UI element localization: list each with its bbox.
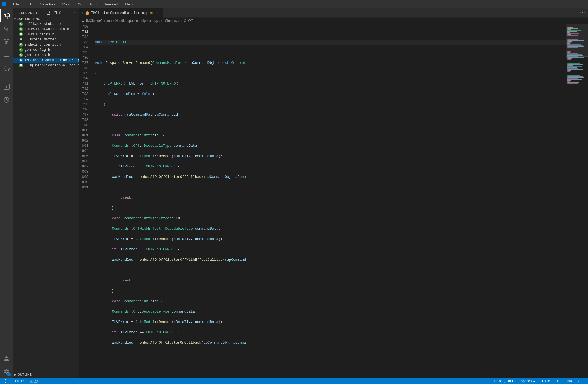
menu-go[interactable]: Go bbox=[76, 2, 84, 7]
code-line-800: TLVError = DataModel::Decode(aDataTlv, c… bbox=[95, 236, 566, 242]
line-num-802: 802 bbox=[82, 138, 88, 143]
outline-chevron: ▶ bbox=[14, 373, 17, 376]
menu-file[interactable]: File bbox=[11, 2, 20, 7]
account-activity-icon[interactable] bbox=[0, 352, 13, 365]
file-item-clusters-matter[interactable]: ≡ Clusters.matter bbox=[13, 37, 79, 42]
sidebar: EXPLORER ▾ bbox=[13, 8, 79, 378]
status-warnings[interactable]: △ 0 bbox=[28, 378, 41, 384]
tab-dot: C bbox=[82, 11, 84, 15]
code-content[interactable]: namespace OnOff { void DispatchServerCom… bbox=[92, 24, 566, 378]
outline-header[interactable]: ▶ OUTLINE bbox=[13, 372, 79, 377]
new-file-button[interactable] bbox=[46, 10, 51, 15]
status-errors[interactable]: ⊗ 12 bbox=[11, 378, 26, 384]
status-os[interactable]: Linux bbox=[563, 378, 574, 384]
filename-chip-client-callbacks: CHIPClientCallbacks.h bbox=[25, 27, 76, 31]
status-error-count: ⊗ 12 bbox=[17, 379, 24, 383]
file-item-chip-clusters[interactable]: C CHIPClusters.h bbox=[13, 32, 79, 37]
menu-edit[interactable]: Edit bbox=[25, 2, 34, 7]
tab-im-cluster-handler[interactable]: C ⬤ IMClusterCommandHandler.cpp 9+ × bbox=[79, 8, 163, 18]
code-line-792: TLVError = DataModel::Decode(aDataTlv, c… bbox=[95, 154, 566, 159]
app-icon bbox=[2, 2, 6, 6]
folder-name: ZAP_LIGHTING bbox=[17, 17, 41, 20]
status-position[interactable]: Ln 781, Col 18 bbox=[492, 378, 517, 384]
line-num-808: 808 bbox=[82, 169, 88, 174]
file-item-endpoint-config[interactable]: C endpoint_config.h bbox=[13, 42, 79, 47]
tab-bar: C ⬤ IMClusterCommandHandler.cpp 9+ × bbox=[79, 8, 588, 18]
line-num-797: 797 bbox=[82, 112, 88, 117]
more-tabs-button[interactable] bbox=[579, 10, 586, 16]
new-folder-button[interactable] bbox=[52, 10, 57, 15]
line-num-780: 780 bbox=[82, 24, 88, 29]
file-item-callback-stub[interactable]: C callback-stub.cpp bbox=[13, 21, 79, 26]
code-line-801: if (TLVError == CHIP_NO_ERROR) { bbox=[95, 247, 566, 252]
breadcrumb-sep-2: › bbox=[147, 19, 148, 23]
line-num-789: 789 bbox=[82, 71, 88, 76]
filename-gen-config: gen_config.h bbox=[25, 48, 76, 52]
file-dot-im-cluster-handler: C bbox=[19, 58, 23, 62]
status-bar: ⊗ 12 △ 0 Ln 781, Col 18 Spaces: 4 UTF-8 … bbox=[0, 378, 588, 384]
menu-selection[interactable]: Selection bbox=[38, 2, 56, 7]
activity-bar: 1 bbox=[0, 8, 13, 378]
filename-im-cluster-handler: IMClusterCommandHandler.cpp bbox=[25, 58, 79, 62]
menu-help[interactable]: Help bbox=[124, 2, 134, 7]
code-line-803: } bbox=[95, 268, 566, 273]
code-line-794: wasHandled = emberAfOnOffClusterOffCallb… bbox=[95, 174, 566, 179]
line-num-807: 807 bbox=[82, 164, 88, 169]
run-activity-icon[interactable] bbox=[0, 49, 13, 62]
line-numbers: 780 781 782 783 784 785 786 787 788 789 … bbox=[79, 24, 92, 378]
line-num-799: 799 bbox=[82, 122, 88, 128]
split-editor-button[interactable] bbox=[572, 10, 578, 16]
remote-activity-icon[interactable] bbox=[0, 80, 13, 93]
extensions-activity-icon[interactable] bbox=[0, 62, 13, 75]
svg-point-7 bbox=[584, 12, 585, 13]
menu-terminal[interactable]: Terminal bbox=[103, 2, 119, 7]
breadcrumb-file-icon: C bbox=[82, 19, 84, 22]
breadcrumb-clusters[interactable]: Clusters bbox=[165, 19, 177, 23]
file-item-gen-config[interactable]: C gen_config.h bbox=[13, 47, 79, 52]
file-item-plugin-callbacks[interactable]: C PluginApplicationCallbacks.h bbox=[13, 63, 79, 68]
tab-bar-actions bbox=[569, 10, 588, 16]
file-item-im-cluster-handler[interactable]: C IMClusterCommandHandler.cpp 9+ bbox=[13, 58, 79, 63]
main-area: 1 EXPLORER bbox=[0, 8, 588, 378]
svg-point-4 bbox=[74, 13, 75, 13]
breadcrumb-onoff[interactable]: OnOff bbox=[184, 19, 193, 23]
code-line-807: Commands::On::DecodableType commandData; bbox=[95, 309, 566, 314]
line-num-782: 782 bbox=[82, 34, 88, 40]
sidebar-title: EXPLORER bbox=[19, 11, 37, 14]
status-spaces-text: Spaces: 4 bbox=[521, 379, 535, 383]
status-encoding[interactable]: UTF-8 bbox=[539, 378, 552, 384]
settings-activity-icon[interactable]: 1 bbox=[0, 365, 13, 378]
status-language[interactable]: C++ bbox=[576, 378, 586, 384]
tab-modified-indicator: ⬤ bbox=[85, 11, 89, 15]
status-language-text: C++ bbox=[578, 379, 584, 383]
code-line-808: TLVError = DataModel::Decode(aDataTlv, c… bbox=[95, 319, 566, 325]
refresh-button[interactable] bbox=[58, 10, 63, 15]
outline-section: ▶ OUTLINE bbox=[13, 371, 79, 378]
code-line-786: bool wasHandled = false; bbox=[95, 91, 566, 97]
code-line-802: wasHandled = emberAfOnOffClusterOffWithE… bbox=[95, 257, 566, 262]
code-line-798: case Commands::OffWithEffect::Id: { bbox=[95, 216, 566, 221]
status-eol[interactable]: LF bbox=[554, 378, 561, 384]
tab-close-button[interactable]: × bbox=[155, 11, 160, 15]
status-encoding-text: UTF-8 bbox=[541, 379, 550, 383]
line-num-810: 810 bbox=[82, 179, 88, 185]
status-remote[interactable] bbox=[2, 378, 9, 384]
menu-view[interactable]: View bbox=[61, 2, 72, 7]
source-control-activity-icon[interactable] bbox=[0, 35, 13, 49]
breadcrumb-filename[interactable]: IMClusterCommandHandler.cpp bbox=[86, 19, 133, 23]
search-activity-icon[interactable] bbox=[0, 22, 13, 35]
collapse-all-button[interactable] bbox=[64, 10, 69, 15]
menu-run[interactable]: Run bbox=[88, 2, 98, 7]
code-line-797: } bbox=[95, 205, 566, 211]
folder-header[interactable]: ▾ ZAP_LIGHTING bbox=[13, 16, 79, 21]
status-spaces[interactable]: Spaces: 4 bbox=[519, 378, 537, 384]
more-options-button[interactable] bbox=[70, 10, 75, 15]
file-item-chip-client-callbacks[interactable]: C CHIPClientCallbacks.h bbox=[13, 26, 79, 32]
code-line-805: } bbox=[95, 288, 566, 293]
file-item-gen-tokens[interactable]: C gen_tokens.h bbox=[13, 52, 79, 58]
timeline-activity-icon[interactable] bbox=[0, 93, 13, 106]
code-line-793: if (TLVError == CHIP_NO_ERROR) { bbox=[95, 164, 566, 169]
breadcrumb-chip[interactable]: chip bbox=[140, 19, 146, 23]
explorer-activity-icon[interactable] bbox=[0, 9, 13, 22]
breadcrumb-app[interactable]: app bbox=[152, 19, 158, 23]
